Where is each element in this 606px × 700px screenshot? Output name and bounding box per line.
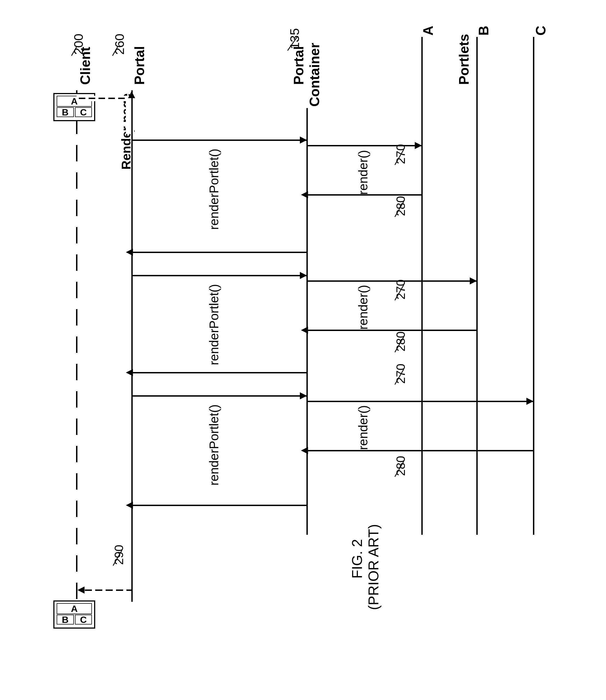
msg-renderPortlet-1	[133, 140, 306, 141]
msg-render-2	[308, 280, 476, 282]
pb-cell: B	[62, 107, 69, 118]
label-portal-container-2: Container	[307, 43, 323, 107]
label-r3: render()	[356, 405, 370, 450]
label-B: B	[476, 26, 492, 36]
msg-ret-3	[308, 450, 534, 451]
d	[98, 98, 105, 99]
arrow-left-3	[301, 447, 308, 454]
msg-cp-ret-3	[133, 505, 307, 506]
arrow-right-r3	[527, 398, 534, 405]
d	[79, 98, 85, 99]
whiteout2	[126, 98, 134, 134]
arrow-render-page	[128, 91, 135, 98]
caption-fig: FIG. 2	[349, 539, 365, 579]
client-portlets-bottom: A B C	[53, 601, 95, 629]
lifeline-A	[421, 37, 423, 535]
label-A: A	[420, 26, 436, 36]
label-r2: render()	[356, 285, 370, 330]
lifeline-container	[306, 108, 308, 535]
pb-cell: A	[71, 603, 78, 614]
msg-renderPortlet-2	[133, 275, 306, 276]
pb-cell: C	[80, 614, 87, 625]
arrow-left-2	[301, 327, 308, 334]
arrow-right-rp1	[300, 137, 307, 144]
label-C: C	[533, 26, 549, 36]
pb-cell: C	[80, 107, 87, 118]
arrow-right-rp3	[300, 392, 307, 399]
d	[108, 98, 115, 99]
msg-ret-1	[308, 194, 422, 195]
diagram: Client Portal Portal Container Portlets …	[0, 0, 606, 700]
lifeline-B	[476, 37, 478, 535]
msg-cp-ret-1	[133, 252, 307, 253]
label-portal-container-1: Portal	[291, 46, 307, 85]
label-rp3: renderPortlet()	[207, 404, 222, 486]
msg-cp-ret-2	[133, 372, 307, 373]
arrow-left-1	[301, 191, 308, 198]
arrow-left-cp3	[126, 502, 133, 509]
pb-cell: B	[62, 614, 69, 625]
d	[118, 98, 125, 99]
d	[89, 98, 95, 99]
label-portlets: Portlets	[456, 34, 472, 85]
arrow-right-r1	[415, 142, 422, 149]
label-rp1: renderPortlet()	[207, 148, 222, 230]
arrow-right-rp2	[300, 272, 307, 279]
label-r1: render()	[356, 150, 370, 195]
arrow-left-cp2	[126, 369, 133, 376]
msg-render-3	[308, 401, 533, 402]
label-portal: Portal	[132, 46, 147, 85]
lifeline-C	[533, 37, 534, 535]
msg-ret-2	[308, 330, 477, 331]
arrow-left-cp1	[126, 249, 133, 256]
msg-renderPortlet-3	[133, 395, 306, 397]
arrow-right-r2	[470, 277, 477, 284]
caption-prior: (PRIOR ART)	[365, 524, 382, 610]
label-rp2: renderPortlet()	[207, 284, 222, 365]
ref-135: 135	[287, 28, 302, 49]
